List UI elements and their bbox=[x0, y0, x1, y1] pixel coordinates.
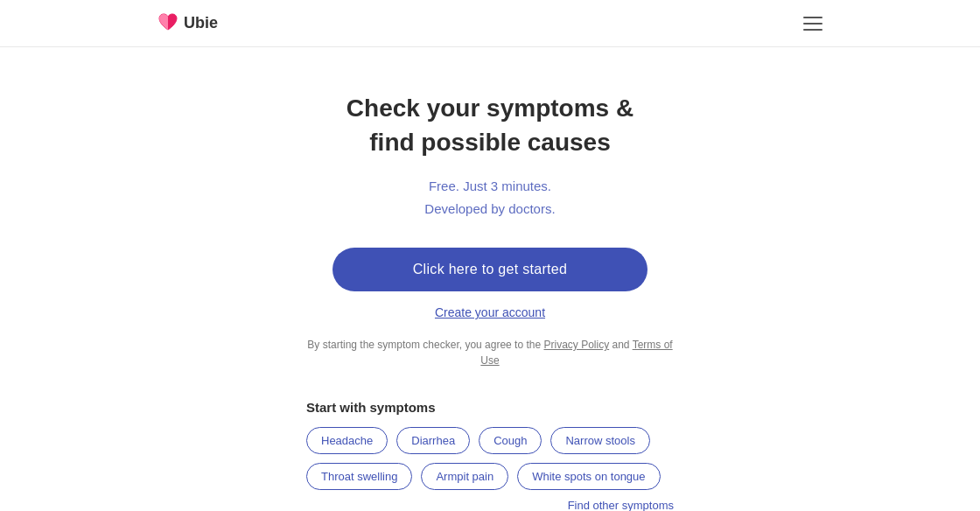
cta-button[interactable]: Click here to get started bbox=[332, 248, 648, 291]
logo-area: Ubie bbox=[158, 12, 218, 34]
pill-headache[interactable]: Headache bbox=[306, 427, 388, 454]
pill-cough[interactable]: Cough bbox=[479, 427, 542, 454]
privacy-policy-link[interactable]: Privacy Policy bbox=[543, 339, 609, 351]
symptoms-pills-row-2: Throat swelling Armpit pain White spots … bbox=[306, 463, 674, 490]
subtext: Free. Just 3 minutes. Developed by docto… bbox=[424, 175, 555, 220]
heart-icon bbox=[158, 12, 178, 34]
create-account-link[interactable]: Create your account bbox=[435, 305, 545, 319]
pill-diarrhea[interactable]: Diarrhea bbox=[396, 427, 470, 454]
pill-armpit-pain[interactable]: Armpit pain bbox=[421, 463, 508, 490]
logo-text: Ubie bbox=[184, 14, 218, 32]
main-content: Check your symptoms & find possible caus… bbox=[0, 47, 980, 511]
headline: Check your symptoms & find possible caus… bbox=[346, 91, 634, 159]
pill-white-spots[interactable]: White spots on tongue bbox=[517, 463, 660, 490]
symptoms-section-title: Start with symptoms bbox=[306, 400, 674, 415]
pill-narrow-stools[interactable]: Narrow stools bbox=[550, 427, 649, 454]
symptoms-pills-row-1: Headache Diarrhea Cough Narrow stools bbox=[306, 427, 674, 454]
find-other-symptoms-link[interactable]: Find other symptoms bbox=[306, 499, 674, 511]
hamburger-menu-button[interactable] bbox=[803, 17, 822, 31]
symptoms-section: Start with symptoms Headache Diarrhea Co… bbox=[306, 400, 674, 511]
terms-text: By starting the symptom checker, you agr… bbox=[306, 337, 674, 368]
header: Ubie bbox=[0, 0, 980, 47]
pill-throat-swelling[interactable]: Throat swelling bbox=[306, 463, 412, 490]
